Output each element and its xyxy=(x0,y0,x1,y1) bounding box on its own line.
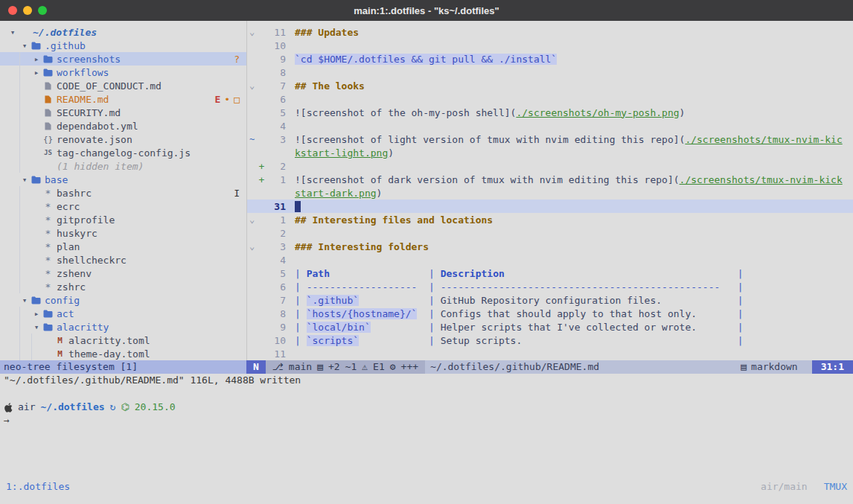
tree-item-gitprofile[interactable]: *gitprofile xyxy=(0,213,246,226)
status-mark: ? xyxy=(234,54,240,65)
neo-tree-panel[interactable]: ▾~/.dotfiles▾.github▸screenshots?▸workfl… xyxy=(0,21,246,360)
editor-line[interactable]: kstart-light.png) xyxy=(247,146,853,159)
tree-item-shellcheckrc[interactable]: *shellcheckrc xyxy=(0,253,246,267)
line-text: ![screenshot of dark version of tmux wit… xyxy=(286,174,843,185)
tree-item-label: bashrc xyxy=(57,188,92,199)
tree-item-workflows[interactable]: ▸workflows xyxy=(0,66,246,79)
chevron-down-icon[interactable]: ▾ xyxy=(19,175,30,185)
line-number: 7 xyxy=(266,80,286,92)
text-segment: | xyxy=(423,268,440,279)
editor-line[interactable]: start-dark.png) xyxy=(247,186,853,200)
sync-icon: ↻ xyxy=(110,401,116,414)
tree-item-huskyrc[interactable]: *huskyrc xyxy=(0,226,246,240)
line-text: | Path | Description | xyxy=(286,268,744,279)
statusline-main-segment: ~/.dotfiles/.github/README.md ▤ markdown xyxy=(425,360,812,374)
minimize-button[interactable] xyxy=(23,6,32,15)
chevron-down-icon[interactable]: ▾ xyxy=(31,322,42,332)
text-segment: | xyxy=(732,268,744,279)
editor-line[interactable]: 4 xyxy=(247,253,853,267)
editor-line[interactable]: 5| Path | Description | xyxy=(247,267,853,280)
editor-line[interactable]: +1![screenshot of dark version of tmux w… xyxy=(247,173,853,186)
editor-line[interactable]: 7| `.github` | GitHub Repository configu… xyxy=(247,293,853,307)
tree-item-zshenv[interactable]: *zshenv xyxy=(0,267,246,280)
line-text: | `local/bin` | Helper scripts that I've… xyxy=(286,322,744,333)
editor-line[interactable]: ⌄3### Interesting folders xyxy=(247,240,853,253)
editor-line[interactable]: 8 xyxy=(247,66,853,79)
tree-item-readme-md[interactable]: README.mdE•□ xyxy=(0,92,246,106)
zoom-button[interactable] xyxy=(38,6,47,15)
text-segment: Helper scripts that I've collected or wr… xyxy=(441,322,697,333)
text-segment: | xyxy=(295,268,307,279)
tree-item-label: ~/.dotfiles xyxy=(33,27,97,38)
chevron-right-icon[interactable]: ▸ xyxy=(31,54,42,64)
editor-line[interactable]: ⌄1## Interesting files and locations xyxy=(247,213,853,226)
editor-line[interactable]: 10| `scripts` | Setup scripts. | xyxy=(247,334,853,347)
editor-line[interactable]: 9`cd $HOME/.dotfiles && git pull && ./in… xyxy=(247,52,853,66)
status-mark: E xyxy=(215,94,221,105)
chevron-down-icon[interactable]: ▾ xyxy=(7,28,18,37)
editor-line[interactable]: 9| `local/bin` | Helper scripts that I'v… xyxy=(247,320,853,334)
tree-item-1-hidden-item[interactable]: (1 hidden item) xyxy=(0,159,246,173)
editor-line[interactable]: 4 xyxy=(247,119,853,133)
tree-item-alacritty-toml[interactable]: Malacritty.toml xyxy=(0,334,246,347)
editor-line-current[interactable]: 31 xyxy=(247,200,853,213)
editor-line[interactable]: +2 xyxy=(247,159,853,173)
editor-line[interactable]: ⌄11### Updates xyxy=(247,25,853,39)
indent-guide xyxy=(7,347,19,360)
fold-open-icon: ⌄ xyxy=(247,27,257,37)
editor-line[interactable]: 5![screenshot of the oh-my-posh shell](.… xyxy=(247,106,853,119)
chevron-right-icon[interactable]: ▸ xyxy=(31,68,42,77)
tree-item-bashrc[interactable]: *bashrcI xyxy=(0,186,246,200)
indent-guide xyxy=(7,280,19,293)
line-number: 1 xyxy=(266,214,286,226)
close-button[interactable] xyxy=(8,6,17,15)
text-segment: | xyxy=(732,322,744,333)
line-number: 4 xyxy=(266,255,286,266)
tmux-window-tab[interactable]: 1:.dotfiles xyxy=(6,480,70,494)
tree-item-github[interactable]: ▾.github xyxy=(0,39,246,52)
vim-mode-indicator: N xyxy=(246,360,266,374)
indent-guide xyxy=(19,146,31,159)
tree-item-security-md[interactable]: SECURITY.md xyxy=(0,106,246,119)
tree-item-dependabot-yml[interactable]: dependabot.yml xyxy=(0,119,246,133)
editor-line[interactable]: 6 xyxy=(247,92,853,106)
tree-item-base[interactable]: ▾base xyxy=(0,173,246,186)
editor-line[interactable]: 2 xyxy=(247,226,853,240)
tree-item-ecrc[interactable]: *ecrc xyxy=(0,200,246,213)
tree-item-dotfiles[interactable]: ▾~/.dotfiles xyxy=(0,25,246,39)
editor-line[interactable]: 6| ------------------- | ---------------… xyxy=(247,280,853,293)
tree-item-code-of-conduct-md[interactable]: CODE_OF_CONDUCT.md xyxy=(0,79,246,92)
tree-item-config[interactable]: ▾config xyxy=(0,293,246,307)
editor-line[interactable]: ⌄7## The looks xyxy=(247,79,853,92)
tree-item-renovate-json[interactable]: {}renovate.json xyxy=(0,133,246,146)
indent-guide xyxy=(7,267,19,280)
tree-item-act[interactable]: ▸act xyxy=(0,307,246,320)
chevron-right-icon[interactable]: ▸ xyxy=(31,309,42,319)
shell-pane[interactable]: air ~/.dotfiles ↻ ⌬ 20.15.0 → xyxy=(0,387,853,427)
tree-item-theme-day-toml[interactable]: Mtheme-day.toml xyxy=(0,347,246,360)
tree-item-tag-changelog-config-js[interactable]: JStag-changelog-config.js xyxy=(0,146,246,159)
editor-line[interactable]: 11 xyxy=(247,347,853,360)
text-segment xyxy=(371,322,423,333)
indent-guide xyxy=(19,106,31,119)
filetype-icon: ▤ xyxy=(741,360,747,374)
tree-item-alacritty[interactable]: ▾alacritty xyxy=(0,320,246,334)
indent-guide xyxy=(19,226,31,240)
tree-item-zshrc[interactable]: *zshrc xyxy=(0,280,246,293)
chevron-down-icon[interactable]: ▾ xyxy=(19,296,30,305)
indent-guide xyxy=(7,320,19,334)
chevron-down-icon[interactable]: ▾ xyxy=(19,41,30,51)
editor-line[interactable]: ~3![screenshot of light version of tmux … xyxy=(247,133,853,146)
tree-item-screenshots[interactable]: ▸screenshots? xyxy=(0,52,246,66)
indent-guide xyxy=(7,92,19,106)
indent-guide xyxy=(31,334,43,347)
editor-panel[interactable]: ⌄11### Updates109`cd $HOME/.dotfiles && … xyxy=(246,21,853,360)
editor-line[interactable]: 10 xyxy=(247,39,853,52)
line-text: ![screenshot of light version of tmux wi… xyxy=(286,134,843,145)
statusline-filepath: ~/.dotfiles/.github/README.md xyxy=(430,360,599,374)
text-segment xyxy=(359,295,423,306)
gear-icon: ⚙ xyxy=(390,360,396,374)
tree-item-plan[interactable]: *plan xyxy=(0,240,246,253)
text-segment: Description xyxy=(441,268,505,279)
editor-line[interactable]: 8| `hosts/{hostname}/` | Configs that sh… xyxy=(247,307,853,320)
